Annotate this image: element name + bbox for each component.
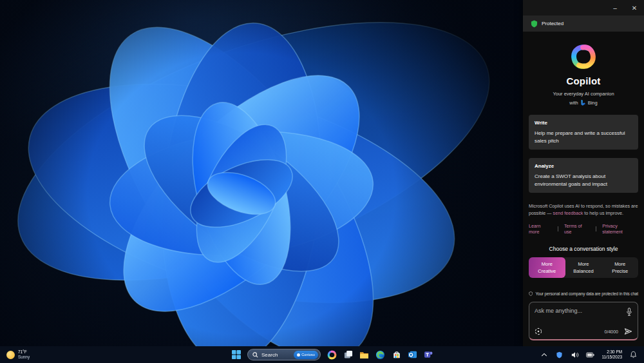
search-highlight-badge[interactable]: Contoso	[294, 351, 318, 359]
battery-tray-button[interactable]	[583, 348, 597, 362]
chat-privacy-text: Your personal and company data are prote…	[535, 291, 638, 296]
badge-logo-icon	[297, 353, 300, 357]
copilot-taskbar-icon[interactable]	[325, 348, 339, 362]
copilot-titlebar: – ✕	[523, 0, 644, 15]
badge-label: Contoso	[301, 353, 315, 357]
start-button[interactable]	[229, 348, 243, 362]
learn-more-link[interactable]: Learn more	[529, 223, 552, 235]
sunny-weather-icon	[6, 351, 15, 359]
notifications-button[interactable]	[627, 348, 640, 362]
microsoft-store-icon	[392, 350, 401, 359]
volume-tray-button[interactable]	[568, 348, 582, 362]
screenshot-capture-icon[interactable]	[535, 328, 542, 335]
conversation-style-heading: Choose a conversation style	[529, 246, 638, 252]
speaker-icon	[571, 351, 579, 358]
copilot-title: Copilot	[529, 75, 638, 86]
card-body: Create a SWOT analysis about environment…	[535, 173, 632, 188]
suggestion-card-analyze[interactable]: Analyze Create a SWOT analysis about env…	[529, 158, 638, 193]
send-feedback-link[interactable]: send feedback	[553, 210, 583, 216]
copilot-panel-body: Copilot Your everyday AI companion with …	[523, 32, 644, 346]
clock-widget[interactable]: 2:30 PM 11/15/2023	[601, 349, 622, 360]
ask-me-anything-input[interactable]	[535, 308, 625, 314]
edge-browser-button[interactable]	[374, 348, 387, 362]
copilot-sidebar-panel: – ✕ Protected Copilot	[523, 0, 644, 346]
task-view-icon	[344, 350, 353, 359]
with-label: with	[569, 100, 578, 106]
task-view-button[interactable]	[341, 348, 355, 362]
card-title: Write	[535, 120, 632, 126]
style-more-precise-button[interactable]: More Precise	[601, 257, 638, 279]
spacer	[529, 278, 638, 291]
privacy-statement-link[interactable]: Privacy statement	[602, 223, 638, 235]
teams-icon	[424, 350, 433, 359]
chat-privacy-note: Your personal and company data are prote…	[529, 291, 638, 297]
search-icon	[252, 352, 258, 358]
protected-status-bar: Protected	[523, 15, 644, 32]
copilot-logo	[570, 43, 597, 70]
legal-links-row: Learn more Terms of use Privacy statemen…	[529, 223, 638, 235]
send-icon[interactable]	[624, 328, 632, 335]
card-body: Help me prepare and write a successful s…	[535, 130, 632, 144]
weather-temperature: 71°F	[18, 349, 30, 355]
file-explorer-icon	[359, 351, 369, 359]
bing-icon	[580, 99, 586, 106]
weather-widget[interactable]: 71°F Sunny	[6, 346, 30, 363]
minimize-button[interactable]: –	[605, 0, 625, 15]
card-title: Analyze	[535, 163, 632, 169]
search-box[interactable]: Search Contoso	[247, 349, 321, 360]
battery-icon	[586, 352, 594, 358]
windows-logo-icon	[232, 350, 241, 359]
taskbar-center: Search Contoso	[229, 346, 435, 363]
microsoft-store-button[interactable]	[390, 348, 403, 362]
style-more-creative-button[interactable]: More Creative	[529, 257, 565, 279]
teams-button[interactable]	[422, 348, 435, 362]
tray-date: 11/15/2023	[601, 355, 622, 360]
conversation-style-selector: More Creative More Balanced More Precise	[529, 257, 638, 279]
chevron-up-icon	[541, 353, 547, 357]
protected-label: Protected	[542, 21, 564, 26]
security-tray-button[interactable]	[553, 348, 566, 362]
privacy-shield-icon	[529, 291, 533, 297]
copilot-icon	[327, 350, 337, 360]
taskbar: 71°F Sunny Search Contoso	[0, 346, 644, 363]
notification-bell-icon	[630, 351, 637, 358]
edge-icon	[375, 350, 385, 360]
close-button[interactable]: ✕	[625, 0, 644, 15]
bing-label: Bing	[588, 100, 598, 106]
tray-time: 2:30 PM	[607, 349, 622, 355]
ai-disclaimer: Microsoft Copilot uses AI to respond, so…	[529, 203, 638, 217]
file-explorer-button[interactable]	[357, 348, 371, 362]
style-more-balanced-button[interactable]: More Balanced	[565, 257, 602, 279]
disclaimer-text: to help us improve.	[583, 210, 623, 216]
outlook-icon	[408, 350, 417, 359]
security-shield-icon	[556, 351, 563, 358]
search-placeholder: Search	[261, 352, 290, 358]
outlook-button[interactable]	[406, 348, 419, 362]
tray-overflow-button[interactable]	[537, 348, 551, 362]
suggestion-card-write[interactable]: Write Help me prepare and write a succes…	[529, 115, 638, 150]
link-separator	[596, 226, 596, 231]
copilot-subtitle: Your everyday AI companion	[529, 91, 638, 97]
protected-shield-icon	[531, 20, 538, 28]
weather-condition: Sunny	[18, 355, 30, 360]
microphone-icon[interactable]	[626, 308, 632, 316]
system-tray: 2:30 PM 11/15/2023	[537, 346, 640, 363]
terms-of-use-link[interactable]: Terms of use	[564, 223, 590, 235]
chat-input-box: 0/4000	[529, 302, 638, 340]
link-separator	[558, 226, 558, 231]
with-bing-line: with Bing	[529, 99, 638, 106]
character-counter: 0/4000	[605, 329, 618, 334]
